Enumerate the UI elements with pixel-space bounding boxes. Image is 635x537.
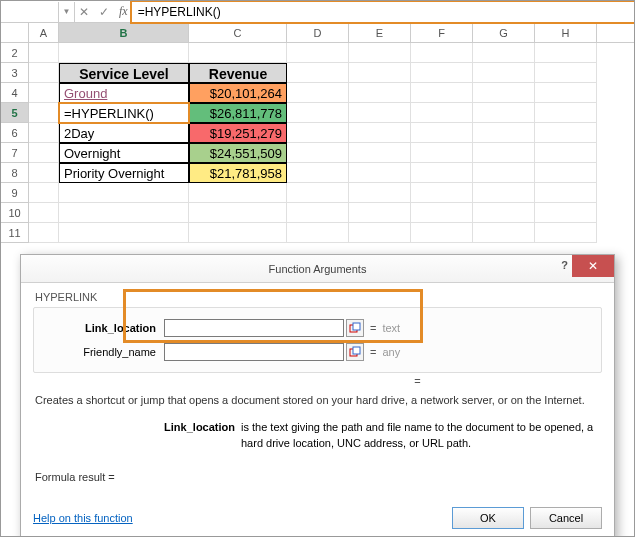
cell-b8[interactable]: Priority Overnight <box>59 163 189 183</box>
column-header-row: A B C D E F G H <box>1 23 634 43</box>
cell-b4[interactable]: Ground <box>59 83 189 103</box>
cell-b5-text: =HYPERLINK() <box>64 106 154 121</box>
row-header[interactable]: 9 <box>1 183 29 203</box>
range-select-icon[interactable] <box>346 319 364 337</box>
arg-detail-text: is the text giving the path and file nam… <box>241 420 600 451</box>
dialog-title: Function Arguments <box>269 263 367 275</box>
function-name: HYPERLINK <box>33 291 602 303</box>
row-header[interactable]: 10 <box>1 203 29 223</box>
arg-input-link-location[interactable] <box>164 319 344 337</box>
svg-rect-3 <box>353 347 360 354</box>
cell-c8[interactable]: $21,781,958 <box>189 163 287 183</box>
col-header-d[interactable]: D <box>287 23 349 42</box>
cancel-edit-icon[interactable]: ✕ <box>79 5 89 19</box>
row-header[interactable]: 4 <box>1 83 29 103</box>
formula-text: =HYPERLINK() <box>138 5 221 19</box>
arg-label-link-location: Link_location <box>44 322 164 334</box>
fx-icon[interactable]: fx <box>119 4 128 19</box>
cell-b7[interactable]: Overnight <box>59 143 189 163</box>
row-header[interactable]: 6 <box>1 123 29 143</box>
cell-b6[interactable]: 2Day <box>59 123 189 143</box>
svg-rect-1 <box>353 323 360 330</box>
formula-bar: ▼ ✕ ✓ fx =HYPERLINK() <box>1 1 634 23</box>
arg-detail-label: Link_location <box>35 420 241 451</box>
row-header[interactable]: 8 <box>1 163 29 183</box>
close-icon[interactable]: ✕ <box>572 255 614 277</box>
spreadsheet-grid[interactable]: 2 3 Service Level Revenue 4 Ground $20,1… <box>1 43 634 243</box>
row-header[interactable]: 3 <box>1 63 29 83</box>
equals-sign: = <box>370 322 376 334</box>
col-header-e[interactable]: E <box>349 23 411 42</box>
dialog-title-bar[interactable]: Function Arguments ? ✕ <box>21 255 614 283</box>
help-link[interactable]: Help on this function <box>33 512 446 524</box>
col-header-g[interactable]: G <box>473 23 535 42</box>
name-box[interactable] <box>1 2 59 22</box>
table-header-revenue[interactable]: Revenue <box>189 63 287 83</box>
row-header[interactable]: 2 <box>1 43 29 63</box>
range-select-icon[interactable] <box>346 343 364 361</box>
arg-type-hint: text <box>382 322 400 334</box>
row-header[interactable]: 11 <box>1 223 29 243</box>
row-header[interactable]: 5 <box>1 103 29 123</box>
function-arguments-dialog: Function Arguments ? ✕ HYPERLINK Link_lo… <box>20 254 615 537</box>
ok-button[interactable]: OK <box>452 507 524 529</box>
formula-input[interactable]: =HYPERLINK() <box>132 2 634 22</box>
cancel-button[interactable]: Cancel <box>530 507 602 529</box>
arg-type-hint: any <box>382 346 400 358</box>
cell-c7[interactable]: $24,551,509 <box>189 143 287 163</box>
accept-edit-icon[interactable]: ✓ <box>99 5 109 19</box>
row-header[interactable]: 7 <box>1 143 29 163</box>
help-icon[interactable]: ? <box>561 259 568 271</box>
cell-c5[interactable]: $26,811,778 <box>189 103 287 123</box>
arguments-group: Link_location = text Friendly_name = any <box>33 307 602 373</box>
cell-c4[interactable]: $20,101,264 <box>189 83 287 103</box>
cell-c6[interactable]: $19,251,279 <box>189 123 287 143</box>
result-preview: = <box>233 373 602 393</box>
name-box-dropdown[interactable]: ▼ <box>59 2 75 22</box>
table-header-service[interactable]: Service Level <box>59 63 189 83</box>
formula-result-label: Formula result = <box>33 463 602 491</box>
col-header-a[interactable]: A <box>29 23 59 42</box>
col-header-b[interactable]: B <box>59 23 189 42</box>
function-description: Creates a shortcut or jump that opens a … <box>33 393 602 416</box>
equals-sign: = <box>370 346 376 358</box>
cell-b5[interactable]: =HYPERLINK() <box>59 103 189 123</box>
col-header-h[interactable]: H <box>535 23 597 42</box>
col-header-f[interactable]: F <box>411 23 473 42</box>
arg-label-friendly-name: Friendly_name <box>44 346 164 358</box>
col-header-c[interactable]: C <box>189 23 287 42</box>
arg-input-friendly-name[interactable] <box>164 343 344 361</box>
